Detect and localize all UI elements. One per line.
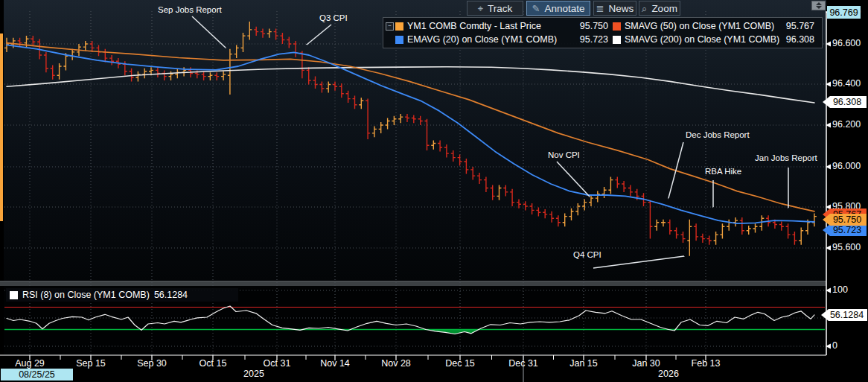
annotate-button[interactable]: ✎ Annotate — [526, 1, 590, 16]
emavg20-swatch-icon — [395, 36, 403, 44]
date-label-2: Sep 30 — [137, 358, 167, 369]
annotate-button-label: Annotate — [544, 3, 584, 14]
price-tick-label-5: 95.600 — [832, 242, 861, 252]
legend-item-smavg200[interactable]: SMAVG (200) on Close (YM1 COMB) 96.308 — [613, 33, 819, 46]
news-button[interactable]: ≣ News — [593, 1, 636, 16]
chart-plot-area[interactable]: Sep Jobs ReportQ3 CPINov CPIDec Jobs Rep… — [0, 0, 868, 382]
date-label-0: Aug 29 — [15, 358, 45, 369]
annotation-arrow[interactable] — [593, 256, 684, 268]
date-label-5: Nov 14 — [320, 358, 350, 369]
date-label-1: Sep 15 — [76, 358, 106, 369]
last-price-swatch-icon — [395, 22, 403, 31]
legend-value: 95.767 — [786, 21, 819, 31]
date-label-8: Dec 31 — [508, 358, 538, 369]
spinner-up-icon[interactable] — [816, 2, 822, 5]
price-tick-label-2: 96.200 — [832, 119, 861, 130]
price-tick-label-1: 96.400 — [832, 78, 861, 89]
last-price-badge: 95.750 — [823, 214, 867, 226]
date-label-7: Dec 15 — [445, 358, 475, 369]
year-label-0: 2025 — [243, 369, 264, 379]
chart-start-date-badge[interactable]: 08/25/25 — [1, 369, 73, 381]
legend-item-last-price[interactable]: YM1 COMB Comdty - Last Price 95.750 — [395, 19, 613, 33]
annotation-text[interactable]: Nov CPI — [548, 150, 580, 159]
date-label-9: Jan 15 — [569, 358, 598, 369]
axis-spinner-control[interactable] — [811, 1, 826, 10]
legend-label: EMAVG (20) on Close (YM1 COMB) — [407, 34, 576, 45]
spinner-down-icon[interactable] — [816, 6, 822, 9]
annotation-arrow[interactable] — [668, 142, 683, 198]
smavg50-swatch-icon — [613, 22, 621, 31]
rsi-swatch-icon — [10, 291, 18, 299]
rsi-tick-label-2: 0 — [832, 340, 837, 351]
zoom-button[interactable]: ⌕ Zoom — [639, 1, 680, 16]
news-button-label: News — [609, 3, 634, 14]
zoom-button-label: Zoom — [651, 3, 677, 14]
rsi-study — [4, 306, 825, 334]
annotation-text[interactable]: Q4 CPI — [573, 250, 601, 259]
bloomberg-chart-window: Sep Jobs ReportQ3 CPINov CPIDec Jobs Rep… — [0, 0, 868, 382]
rsi-legend[interactable]: RSI (8) on Close (YM1 COMB) 56.1284 — [6, 288, 238, 302]
track-button[interactable]: ⌖ Track — [467, 1, 523, 16]
legend-label: SMAVG (50) on Close (YM1 COMB) — [625, 21, 782, 31]
legend-expander-icon[interactable]: − — [386, 22, 394, 31]
year-label-1: 2026 — [658, 369, 679, 379]
legend-value: 95.750 — [580, 21, 613, 31]
pencil-icon: ✎ — [532, 4, 540, 13]
chart-legend[interactable]: − YM1 COMB Comdty - Last Price 95.750 SM… — [383, 17, 823, 48]
gridlines — [4, 11, 825, 354]
track-button-label: Track — [488, 3, 512, 14]
rsi-legend-label: RSI (8) on Close (YM1 COMB) — [22, 290, 150, 300]
news-lines-icon: ≣ — [596, 4, 604, 13]
price-tick-label-0: 96.600 — [832, 38, 861, 48]
axis-max-highlight-badge: 96.769 — [827, 6, 861, 19]
date-label-10: Jan 30 — [632, 358, 660, 369]
track-crosshair-icon: ⌖ — [478, 4, 483, 13]
rsi-legend-value: 56.1284 — [154, 290, 188, 300]
legend-label: YM1 COMB Comdty - Last Price — [407, 21, 576, 31]
legend-label: SMAVG (200) on Close (YM1 COMB) — [625, 34, 782, 45]
rsi-tick-label-0: 100 — [832, 284, 848, 295]
date-label-11: Feb 13 — [692, 358, 721, 369]
annotation-text[interactable]: Jan Jobs Report — [755, 153, 818, 162]
smavg200-swatch-icon — [613, 36, 621, 44]
legend-item-emavg20[interactable]: EMAVG (20) on Close (YM1 COMB) 95.723 — [395, 33, 613, 46]
price-tick-label-3: 96.000 — [832, 161, 861, 171]
date-label-3: Oct 15 — [200, 358, 227, 369]
legend-value: 95.723 — [580, 34, 613, 45]
annotation-text[interactable]: Sep Jobs Report — [158, 5, 222, 14]
legend-value: 96.308 — [786, 34, 819, 45]
annotation-text[interactable]: Q3 CPI — [319, 13, 348, 22]
annotation-text[interactable]: Dec Jobs Report — [686, 130, 750, 139]
legend-item-smavg50[interactable]: SMAVG (50) on Close (YM1 COMB) 95.767 — [613, 19, 819, 33]
annotation-text[interactable]: RBA Hike — [705, 167, 741, 176]
annotation-arrow[interactable] — [192, 16, 226, 48]
smavg200-price-badge: 96.308 — [823, 96, 867, 108]
date-label-4: Oct 31 — [264, 358, 291, 369]
emavg20-price-badge: 95.723 — [823, 224, 867, 236]
magnifier-icon: ⌕ — [642, 4, 647, 13]
annotation-arrow[interactable] — [307, 25, 331, 45]
date-label-6: Nov 28 — [381, 358, 411, 369]
rsi-value-badge: 56.1284 — [821, 309, 867, 321]
